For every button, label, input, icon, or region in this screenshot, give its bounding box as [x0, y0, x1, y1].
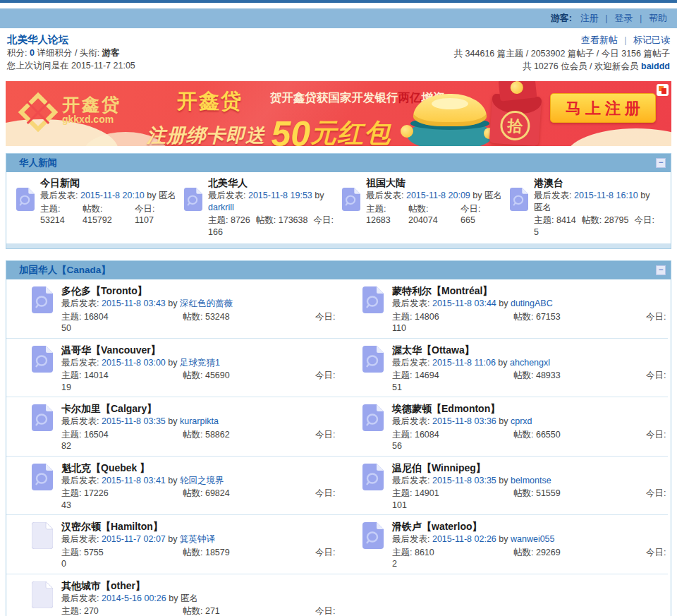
topics-label: 主题:	[534, 215, 554, 225]
posts-count: 66550	[536, 430, 561, 440]
posts-label: 帖数:	[513, 430, 533, 440]
site-header-left: 北美华人论坛 积分: 0 详细积分 / 头衔: 游客 您上次访问是在 2015-…	[7, 33, 135, 72]
last-post-user-link[interactable]: 深红色的蔷薇	[180, 298, 233, 308]
last-post-user-link[interactable]: 足球竞猜1	[180, 358, 220, 368]
last-post-date-link[interactable]: 2015-11-8 02:26	[432, 534, 496, 544]
last-post-line: 最后发表: 2015-11-8 16:10 by 匿名	[534, 190, 661, 213]
posts-count: 51559	[536, 488, 561, 498]
forum-link[interactable]: 港澳台	[534, 176, 661, 190]
forum-cell: 埃德蒙顿【Edmonton】最后发表: 2015-11-8 03:36 by c…	[337, 402, 668, 452]
topics-label: 主题:	[392, 548, 412, 557]
last-post-user-link[interactable]: wanwei055	[511, 534, 555, 544]
register-link[interactable]: 注册	[580, 13, 599, 23]
quick-links: 查看新帖 | 标记已读	[454, 33, 670, 47]
top-gap	[0, 3, 677, 8]
banner-promo-text: 注册绑卡即送 50元红包	[147, 114, 391, 146]
advertisement-banner[interactable]: 开鑫贷 gkkxd.com 开鑫贷 贺开鑫贷获国家开发银行两亿增资 注册绑卡即送…	[6, 81, 671, 146]
login-link[interactable]: 登录	[614, 13, 633, 23]
help-link[interactable]: 帮助	[649, 13, 667, 23]
forum-stats: 主题: 8610帖数: 29269今日: 2	[392, 547, 668, 570]
new-posts-icon	[362, 404, 384, 452]
score-detail-link[interactable]: 详细积分	[37, 48, 72, 58]
last-post-user-link[interactable]: kurarpikta	[180, 416, 219, 426]
last-post-label: 最后发表:	[40, 191, 78, 200]
last-post-date-link[interactable]: 2014-5-16 00:26	[102, 593, 166, 603]
last-visit-text: 您上次访问是在 2015-11-7 21:05	[7, 59, 135, 72]
forum-link[interactable]: 祖国大陆	[366, 176, 503, 190]
forum-link[interactable]: 魁北克【Quebek 】	[61, 461, 337, 475]
user-status-bar: 游客: 注册 | 登录 | 帮助	[0, 8, 677, 28]
register-now-button[interactable]: 马上注册	[550, 93, 656, 123]
forum-link[interactable]: 温尼伯【Winnipeg】	[392, 461, 668, 475]
forum-link[interactable]: 渥太华【Ottawa】	[392, 344, 668, 357]
last-post-date-link[interactable]: 2015-11-8 11:06	[432, 358, 496, 368]
today-label: 今日:	[635, 215, 654, 225]
forum-link[interactable]: 其他城市【other】	[61, 579, 337, 593]
forum-link[interactable]: 埃德蒙顿【Edmonton】	[392, 402, 668, 416]
forum-link[interactable]: 温哥华【Vancouver】	[61, 344, 337, 357]
last-post-user-link[interactable]: 轮回之境界	[180, 476, 224, 485]
last-post-user-link[interactable]: 箕英钟译	[180, 534, 215, 544]
last-post-line: 最后发表: 2015-11-8 03:36 by cprxd	[392, 416, 668, 428]
last-post-user-link[interactable]: cprxd	[511, 416, 532, 426]
mark-read-link[interactable]: 标记已读	[633, 35, 670, 45]
forum-link[interactable]: 多伦多【Toronto】	[61, 284, 337, 298]
last-post-date-link[interactable]: 2015-11-8 20:10	[80, 191, 145, 200]
topics-label: 主题:	[208, 215, 228, 225]
last-post-date-link[interactable]: 2015-11-8 19:53	[248, 191, 312, 200]
banner-headline: 开鑫贷	[177, 87, 243, 116]
last-post-user-link[interactable]: dutingABC	[511, 298, 553, 308]
by-label: by	[168, 476, 177, 485]
forum-link[interactable]: 蒙特利尔【Montréal】	[392, 284, 668, 298]
forum-cell: 魁北克【Quebek 】最后发表: 2015-11-8 03:41 by 轮回之…	[6, 461, 337, 512]
by-label: by	[147, 191, 156, 200]
last-post-date-link[interactable]: 2015-11-8 03:00	[102, 358, 166, 368]
forum-stats: 主题: 帖数: 今日: 53214 415792 1107	[40, 203, 177, 227]
collapse-button[interactable]: −	[656, 265, 666, 275]
last-post-date-link[interactable]: 2015-11-8 03:43	[102, 298, 166, 308]
members-stats-text: 共 10276 位会员 / 欢迎新会员	[523, 61, 639, 71]
by-label: by	[499, 534, 508, 544]
by-label: by	[168, 534, 177, 544]
last-post-user-link[interactable]: darkrill	[208, 203, 234, 212]
kaixindai-logo-icon	[18, 92, 59, 133]
last-post-date-link[interactable]: 2015-11-8 03:35	[432, 476, 496, 485]
new-member-link[interactable]: baiddd	[641, 61, 670, 71]
last-post-user: 匿名	[534, 203, 551, 212]
forum-home-link[interactable]: 北美华人论坛	[7, 33, 68, 47]
last-post-date-link[interactable]: 2015-11-7 02:07	[102, 534, 166, 544]
by-label: by	[169, 593, 178, 603]
posts-label: 帖数:	[83, 203, 135, 215]
forum-cell: 滑铁卢【waterloo】最后发表: 2015-11-8 02:26 by wa…	[337, 520, 668, 570]
forum-cell-north-america: 北美华人 最后发表: 2015-11-8 19:53 by darkrill 主…	[184, 176, 342, 238]
topics-count: 17226	[84, 488, 109, 498]
forum-link[interactable]: 今日新闻	[40, 176, 177, 190]
last-post-date-link[interactable]: 2015-11-8 16:10	[574, 191, 638, 200]
posts-label: 帖数:	[256, 215, 276, 225]
forum-link[interactable]: 滑铁卢【waterloo】	[392, 520, 668, 533]
forum-link[interactable]: 卡尔加里【Calgary】	[61, 402, 337, 416]
new-posts-icon	[32, 286, 53, 334]
today-count: 51	[392, 382, 402, 392]
last-post-user-link[interactable]: ahchengxl	[510, 358, 550, 368]
last-post-line: 最后发表: 2015-11-8 02:26 by wanwei055	[392, 533, 668, 545]
last-post-date-link[interactable]: 2015-11-8 03:35	[102, 416, 166, 426]
separator: |	[605, 13, 607, 23]
last-post-user: 匿名	[484, 191, 502, 200]
forum-link[interactable]: 北美华人	[208, 176, 335, 190]
last-post-date-link[interactable]: 2015-11-8 03:36	[432, 416, 496, 426]
ad-provider-icon[interactable]	[657, 84, 669, 96]
posts-count: 48933	[536, 370, 561, 380]
last-post-user-link[interactable]: belmontse	[511, 476, 551, 485]
last-post-date-link[interactable]: 2015-11-8 03:44	[432, 298, 496, 308]
last-post-date-link[interactable]: 2015-11-8 20:09	[406, 191, 470, 200]
forum-stats: 主题: 16504帖数: 58862今日: 82	[61, 429, 337, 452]
collapse-button[interactable]: −	[656, 158, 666, 168]
posts-label: 帖数:	[183, 488, 202, 498]
posts-count: 271	[205, 606, 220, 616]
forum-link[interactable]: 汉密尔顿【Hamilton】	[61, 520, 337, 533]
view-new-posts-link[interactable]: 查看新帖	[581, 35, 618, 45]
last-post-date-link[interactable]: 2015-11-8 03:41	[102, 476, 166, 485]
new-posts-icon	[362, 286, 384, 334]
today-label: 今日:	[135, 203, 177, 215]
